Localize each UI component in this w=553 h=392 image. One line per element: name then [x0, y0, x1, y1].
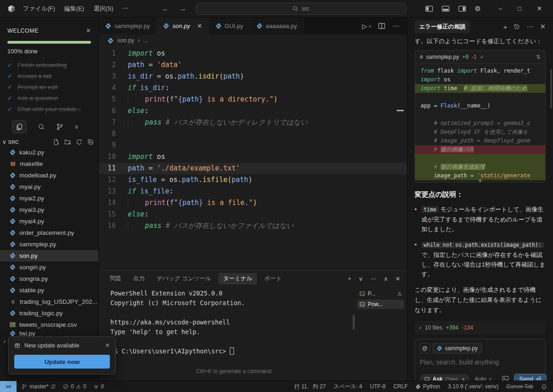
notification-close-icon[interactable]: ✕ — [105, 342, 110, 349]
language-status[interactable]: Python — [416, 383, 440, 390]
new-file-icon[interactable] — [53, 139, 59, 145]
welcome-task[interactable]: ✓Ask a question — [7, 95, 91, 102]
new-chat-icon[interactable]: + — [503, 23, 507, 31]
code-line[interactable]: 3is_dir = os.path.isdir(path) — [99, 71, 407, 82]
panel-tab[interactable]: 出力 — [129, 273, 149, 284]
window-minimize-icon[interactable]: – — [499, 5, 502, 12]
diff-filename[interactable]: sammplep.py — [426, 54, 459, 60]
chat-scrollbar[interactable] — [550, 69, 552, 108]
file-item[interactable]: myai2.py — [0, 193, 98, 204]
update-now-button[interactable]: Update now — [14, 355, 110, 369]
code-line[interactable]: 9 — [99, 140, 407, 151]
menu-selection[interactable]: 選択(S) — [89, 3, 118, 15]
close-panel-icon[interactable]: ✕ — [395, 275, 400, 282]
code-line[interactable]: 10import os — [99, 151, 407, 163]
code-line[interactable]: 14 print(f"{path} is a file.") — [99, 197, 407, 209]
breadcrumb-more[interactable]: ... — [143, 37, 148, 44]
chat-more-icon[interactable]: ⋯ — [526, 23, 533, 31]
file-item[interactable]: myai4.py — [0, 216, 98, 227]
welcome-task[interactable]: ✓Chat with your codeb... — [7, 106, 91, 113]
code-line[interactable]: 1import os — [99, 48, 407, 59]
editor-tab[interactable]: aaaaaaa.py — [250, 17, 304, 34]
attach-image-icon[interactable] — [502, 376, 509, 381]
settings-gear-icon[interactable]: ⚙ — [475, 5, 481, 13]
panel-more-icon[interactable]: ⋯ — [371, 275, 376, 282]
chat-composer[interactable]: @ sammplep.py Plan, search, build anythi… — [415, 339, 546, 381]
chat-title[interactable]: エラー修正の相談 — [415, 21, 470, 33]
file-item[interactable]: ≡trading_log_USDJPY_202... — [0, 296, 98, 307]
file-item[interactable]: modelload.py — [0, 170, 98, 181]
source-control-view-icon[interactable] — [56, 123, 63, 131]
collapse-all-icon[interactable] — [87, 139, 94, 145]
problems-status[interactable]: 0 ⚠ 0 — [63, 383, 86, 390]
code-line[interactable]: 5 print(f"{path} is a directory.") — [99, 94, 407, 105]
welcome-task[interactable]: ✓Finish onboarding — [7, 62, 91, 68]
welcome-task[interactable]: ✓Accept a tab — [7, 73, 91, 80]
panel-tab[interactable]: 問題 — [105, 273, 126, 284]
menu-more[interactable]: ⋯ — [118, 3, 133, 15]
toggle-panel-icon[interactable] — [442, 6, 450, 12]
split-editor-icon[interactable] — [378, 23, 385, 29]
file-item[interactable]: kaku2.py — [0, 147, 98, 158]
remote-indicator[interactable]: >< — [0, 381, 17, 392]
terminal-scrollbar[interactable] — [353, 315, 355, 330]
more-actions-icon[interactable]: ⋯ — [392, 22, 400, 30]
more-views-chevron-icon[interactable]: ∨ — [74, 124, 79, 130]
mode-selector-ask[interactable]: Ask Ctrl+L ∧ — [420, 374, 469, 381]
encoding-status[interactable]: UTF-8 — [370, 383, 386, 390]
command-search-box[interactable]: src — [196, 3, 406, 15]
file-item[interactable]: myai.py — [0, 181, 98, 193]
menu-file[interactable]: ファイル(F) — [18, 3, 60, 15]
cursor-tab-status[interactable]: Cursor Tab — [507, 383, 533, 390]
toggle-sidebar-icon[interactable] — [425, 6, 433, 12]
add-terminal-icon[interactable]: + — [348, 275, 351, 282]
file-item[interactable]: sammplep.py — [0, 239, 98, 250]
terminal-session[interactable]: Pow... — [357, 300, 404, 309]
send-button[interactable]: Send⏎ — [514, 374, 547, 381]
terminal-prompt[interactable]: PS C:\Users\user1\AIpython\src> — [110, 347, 357, 356]
maximize-panel-icon[interactable]: ∧ — [384, 275, 388, 282]
code-line[interactable]: 13if is_file: — [99, 186, 407, 197]
terminal[interactable]: PowerShell Extension v2025.0.0Copyright … — [110, 286, 357, 381]
changed-files-summary[interactable]: › 10 files +394 -134 — [415, 321, 546, 335]
file-item[interactable]: songiri.py — [0, 261, 98, 273]
file-item[interactable]: songria.py — [0, 273, 98, 284]
tab-close-icon[interactable]: ✕ — [197, 23, 202, 29]
file-item[interactable]: order_placement.py — [0, 227, 98, 239]
expand-chevron-icon[interactable]: ∨ — [479, 178, 482, 183]
window-maximize-icon[interactable]: □ — [518, 5, 521, 12]
chat-close-icon[interactable]: ✕ — [540, 23, 546, 31]
code-line[interactable]: 12is_file = os.path.isfile(path) — [99, 174, 407, 186]
menu-edit[interactable]: 編集(E) — [60, 3, 89, 15]
code-line[interactable]: 8 — [99, 128, 407, 140]
breadcrumb-file[interactable]: son.py — [117, 37, 134, 44]
editor-tab[interactable]: GUI.py — [209, 17, 250, 34]
search-view-icon[interactable] — [38, 123, 45, 131]
editor-tab[interactable]: sammplep.py — [99, 17, 157, 34]
file-item[interactable]: trading_logic.py — [0, 307, 98, 319]
file-item[interactable]: stable.py — [0, 284, 98, 296]
breadcrumb[interactable]: son.py › ... — [99, 34, 407, 46]
refresh-icon[interactable] — [76, 139, 82, 145]
code-line[interactable]: 6else: — [99, 105, 407, 117]
nav-forward-icon[interactable]: → — [179, 5, 187, 13]
indentation-status[interactable]: スペース: 4 — [334, 383, 362, 391]
window-close-icon[interactable]: ✕ — [537, 5, 542, 12]
panel-tab[interactable]: デバッグ コンソール — [152, 273, 216, 284]
terminal-dropdown-icon[interactable]: ∨ — [359, 275, 363, 282]
toggle-secondary-sidebar-icon[interactable] — [458, 6, 466, 12]
file-item[interactable]: twi.py — [0, 330, 98, 336]
code-line[interactable]: 15else: — [99, 209, 407, 220]
new-folder-icon[interactable] — [64, 139, 71, 145]
expand-diff-icon[interactable]: ⇅ — [536, 54, 541, 60]
notifications-bell-icon[interactable] — [541, 384, 547, 390]
eol-status[interactable]: CRLF — [393, 383, 408, 390]
add-context-button[interactable]: @ — [420, 343, 430, 353]
git-branch-status[interactable]: master* — [22, 383, 56, 390]
editor-tab[interactable]: son.py✕ — [157, 17, 209, 34]
panel-tab[interactable]: ターミナル — [218, 273, 257, 284]
interpreter-status[interactable]: 3.10.9 ('.venv': venv) — [448, 383, 499, 390]
composer-placeholder[interactable]: Plan, search, build anything — [420, 358, 541, 366]
file-item[interactable]: son.py — [0, 250, 98, 261]
file-item[interactable]: Mmakefile — [0, 158, 98, 170]
